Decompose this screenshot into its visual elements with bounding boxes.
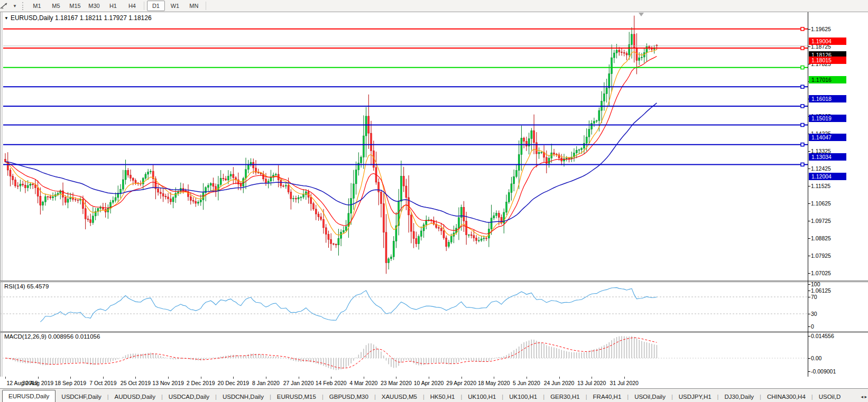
timeframe-button-MN[interactable]: MN — [185, 1, 203, 11]
time-tick-mark — [624, 377, 625, 379]
chart-tab-eurusd-daily[interactable]: EURUSD,Daily — [2, 390, 56, 402]
time-tick-mark — [233, 377, 234, 379]
price-tick-label: 1.10625 — [811, 200, 858, 207]
level-price-label: 1.13034 — [809, 153, 846, 161]
time-tick-mark — [5, 377, 6, 379]
trendline-tool-icon-svg — [0, 2, 8, 10]
macd-tick-label: 0.014556 — [811, 333, 858, 340]
rsi-line — [40, 287, 657, 322]
collapse-triangle-icon[interactable]: ▼ — [4, 16, 8, 21]
chart-tab-china300-h4[interactable]: CHINA300,H4 — [761, 391, 811, 402]
price-tick-label: 1.09725 — [811, 218, 858, 225]
toolbar-grip-handle[interactable] — [22, 2, 23, 10]
ma-line-medium — [5, 57, 657, 235]
toolbar-separator — [144, 2, 144, 10]
timeframe-button-M30[interactable]: M30 — [85, 1, 103, 11]
chevron-down-icon[interactable]: ▼ — [13, 4, 17, 8]
time-tick-mark — [461, 377, 462, 379]
chart-tab-usdcad-daily[interactable]: USDCAD,Daily — [163, 391, 215, 402]
macd-histogram — [5, 336, 657, 370]
chart-tab-gbpusd-m30[interactable]: GBPUSD,M30 — [324, 391, 374, 402]
rsi-tick-label: 100 — [811, 281, 858, 288]
time-tick-mark — [429, 377, 429, 379]
price-tick-label: 1.07925 — [811, 253, 858, 259]
chart-tab-hk50-h1[interactable]: HK50,H1 — [424, 391, 461, 402]
time-tick-mark — [592, 377, 592, 379]
time-tick-label: 31 Jul 2020 — [603, 380, 645, 386]
chart-tab-xauusd-m5[interactable]: XAUUSD,M5 — [376, 391, 423, 402]
macd-tick-label: -0.009001 — [811, 368, 858, 375]
horizontal-level-lines[interactable] — [3, 27, 808, 166]
time-tick-mark — [135, 377, 136, 379]
price-tick-label: 1.12425 — [811, 165, 858, 172]
chart-title-symbol: EURUSD,Daily — [11, 14, 53, 22]
rsi-tick-label: 30 — [811, 311, 858, 317]
mt4-terminal-window: ▼ M1M5M15M30H1H4D1W1MN ▼EURUSD,Daily 1.1… — [0, 0, 868, 402]
chart-tab-usoil-d[interactable]: USOil,D — [813, 391, 847, 402]
level-price-label: 1.12004 — [809, 173, 846, 180]
chart-tab-bar: EURUSD,DailyUSDCHF,Daily|AUDUSD,Daily|US… — [0, 388, 868, 402]
chart-tab-usdcnh-daily[interactable]: USDCNH,Daily — [217, 391, 270, 402]
time-tick-mark — [494, 377, 494, 379]
time-tick-mark — [364, 377, 364, 379]
chart-tab-eurusd-m15[interactable]: EURUSD,M15 — [271, 391, 322, 402]
chart-tab-usoil-daily[interactable]: USOil,Daily — [629, 391, 671, 402]
time-tick-mark — [201, 377, 201, 379]
level-price-label: 1.17016 — [809, 76, 846, 83]
timeframe-toolbar: ▼ M1M5M15M30H1H4D1W1MN — [0, 0, 868, 12]
toolbar-separator — [206, 2, 206, 10]
macd-tick-label: 0.00 — [811, 355, 858, 362]
price-tick-label: 1.11525 — [811, 183, 858, 190]
rsi-indicator-pane[interactable] — [0, 282, 808, 331]
chart-tab-uk100-h1[interactable]: UK100,H1 — [462, 391, 502, 402]
time-tick-mark — [70, 377, 71, 379]
time-tick-mark — [331, 377, 331, 379]
timeframe-button-W1[interactable]: W1 — [166, 1, 184, 11]
level-price-label: 1.18015 — [809, 57, 846, 64]
time-tick-mark — [266, 377, 266, 379]
price-tick-label: 1.08825 — [811, 235, 858, 242]
chart-tab-fra40-h1[interactable]: FRA40,H1 — [587, 391, 627, 402]
rsi-label: RSI(14) 65.4579 — [4, 283, 49, 289]
level-price-label: 1.14047 — [809, 134, 846, 141]
level-price-label: 1.15019 — [809, 115, 846, 122]
chart-tab-usdjpy-h1[interactable]: USDJPY,H1 — [673, 391, 717, 402]
time-tick-mark — [168, 377, 169, 379]
timeframe-button-H4[interactable]: H4 — [123, 1, 141, 11]
level-price-label: 1.19004 — [809, 38, 846, 45]
chart-tab-uk100-h1[interactable]: UK100,H1 — [503, 391, 543, 402]
time-tick-mark — [103, 377, 104, 379]
chart-tab-audusd-daily[interactable]: AUDUSD,Daily — [109, 391, 161, 402]
rsi-tick-label: 0 — [811, 323, 858, 330]
timeframe-button-H1[interactable]: H1 — [104, 1, 122, 11]
tab-scroll-arrows[interactable]: ◂ ▸ — [859, 394, 867, 399]
chart-tab-usdchf-daily[interactable]: USDCHF,Daily — [56, 391, 107, 402]
chart-title-ohlc: 1.18167 1.18211 1.17927 1.18126 — [55, 14, 152, 22]
main-price-chart[interactable] — [0, 12, 808, 281]
timeframe-button-M15[interactable]: M15 — [66, 1, 84, 11]
chart-window: ▼EURUSD,Daily 1.18167 1.18211 1.17927 1.… — [0, 12, 868, 388]
price-tick-label: 1.07025 — [811, 270, 858, 277]
macd-label: MACD(12,26,9) 0.008956 0.011056 — [4, 333, 100, 340]
price-axis-line — [808, 12, 808, 377]
time-tick-mark — [559, 377, 560, 379]
chart-tab-ger30-h1[interactable]: GER30,H1 — [544, 391, 586, 402]
time-axis[interactable]: 12 Aug 201930 Aug 201918 Sep 20197 Oct 2… — [0, 377, 868, 388]
level-price-label: 1.16018 — [809, 95, 846, 102]
time-tick-mark — [527, 377, 527, 379]
chart-shift-marker[interactable] — [639, 13, 644, 16]
timeframe-button-M5[interactable]: M5 — [47, 1, 65, 11]
chart-title: ▼EURUSD,Daily 1.18167 1.18211 1.17927 1.… — [4, 14, 152, 22]
rsi-tick-label: 70 — [811, 294, 858, 301]
timeframe-button-M1[interactable]: M1 — [28, 1, 46, 11]
timeframe-button-D1[interactable]: D1 — [147, 1, 165, 11]
time-tick-mark — [299, 377, 299, 379]
time-tick-mark — [396, 377, 396, 379]
chart-tab-dj30-daily[interactable]: DJ30,Daily — [718, 391, 760, 402]
time-tick-mark — [38, 377, 39, 379]
trendline-tool-icon[interactable] — [2, 2, 13, 10]
macd-indicator-pane[interactable] — [0, 333, 808, 377]
price-tick-label: 1.19625 — [811, 26, 858, 33]
